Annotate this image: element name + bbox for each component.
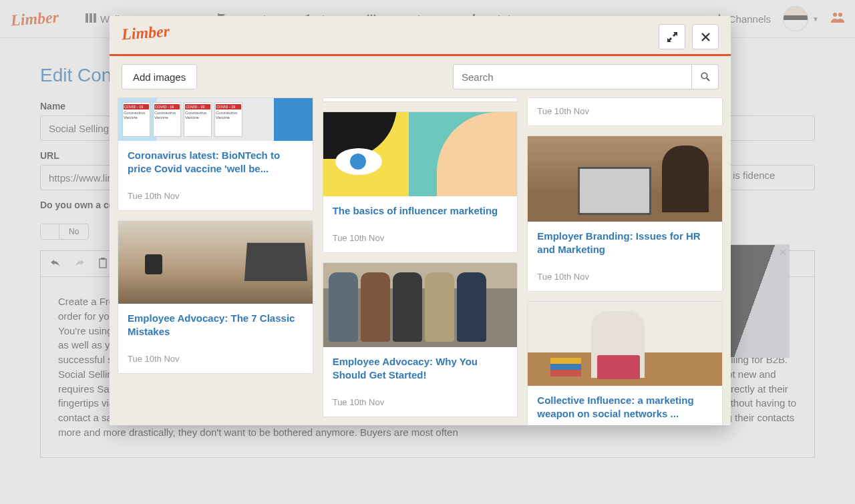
search-input[interactable]	[453, 64, 692, 89]
card-title: Collective Influence: a marketing weapon…	[537, 394, 713, 420]
card-title: Coronavirus latest: BioNTech to price Co…	[128, 149, 303, 175]
expand-button[interactable]	[659, 24, 685, 49]
card-title: Employee Advocacy: The 7 Classic Mistake…	[128, 312, 303, 338]
card-date: Tue 10th Nov	[323, 233, 518, 252]
result-card[interactable]: Employee Advocacy: The 7 Classic Mistake…	[118, 220, 313, 374]
card-image: COVID - 19CoronavirusVaccine COVID - 19C…	[118, 98, 313, 141]
card-image	[528, 302, 722, 386]
card-date: Tue 10th Nov	[528, 272, 722, 291]
result-card[interactable]: Collective Influence: a marketing weapon…	[527, 301, 723, 425]
result-card[interactable]: Employee Advocacy: Why You Should Get St…	[323, 262, 518, 417]
card-image	[118, 221, 313, 304]
svg-point-17	[701, 73, 707, 78]
result-card-partial[interactable]	[323, 97, 518, 102]
search-button[interactable]	[692, 64, 719, 89]
result-card[interactable]: COVID - 19CoronavirusVaccine COVID - 19C…	[118, 97, 313, 211]
search-group	[453, 64, 719, 89]
results-column-3: Tue 10th Nov Employer Branding: Issues f…	[527, 97, 723, 417]
results-column-2: The basics of influencer marketing Tue 1…	[323, 97, 518, 417]
card-image	[323, 263, 518, 347]
card-date: Tue 10th Nov	[323, 397, 518, 417]
results-column-1: COVID - 19CoronavirusVaccine COVID - 19C…	[118, 97, 313, 417]
card-title: Employer Branding: Issues for HR and Mar…	[537, 230, 713, 256]
result-card-partial[interactable]: Tue 10th Nov	[527, 97, 723, 126]
modal-header: Limber	[110, 16, 731, 56]
add-images-button[interactable]: Add images	[122, 64, 197, 89]
card-title: The basics of influencer marketing	[333, 204, 508, 218]
result-card[interactable]: The basics of influencer marketing Tue 1…	[323, 111, 518, 254]
card-image	[528, 136, 722, 222]
card-date: Tue 10th Nov	[528, 98, 722, 125]
card-date: Tue 10th Nov	[118, 191, 313, 210]
card-title: Employee Advocacy: Why You Should Get St…	[333, 355, 508, 381]
modal-body[interactable]: COVID - 19CoronavirusVaccine COVID - 19C…	[110, 97, 731, 425]
modal-logo: Limber	[121, 23, 170, 44]
image-picker-modal: Limber Add images COVID - 19Coronav	[110, 16, 731, 425]
result-card[interactable]: Employer Branding: Issues for HR and Mar…	[527, 136, 723, 292]
search-icon	[701, 72, 710, 81]
card-date: Tue 10th Nov	[118, 354, 313, 373]
modal-toolbar: Add images	[110, 56, 731, 97]
card-image	[323, 112, 518, 196]
svg-line-18	[707, 78, 709, 81]
close-button[interactable]	[692, 24, 719, 49]
